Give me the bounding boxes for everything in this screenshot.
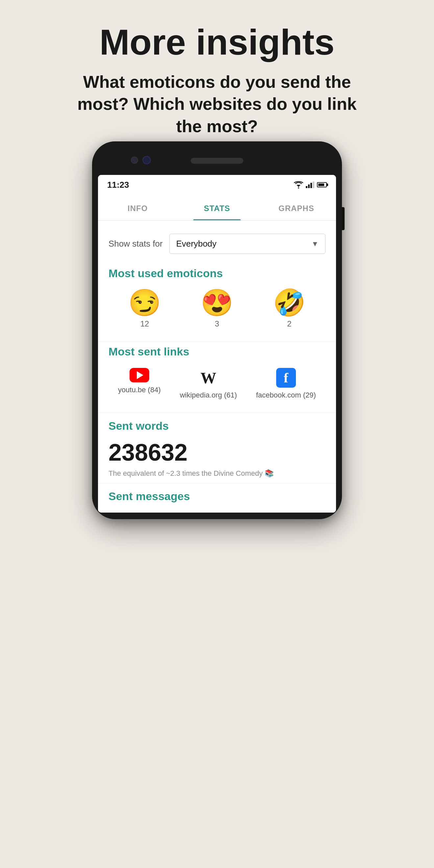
sent-words-count: 238632 xyxy=(108,439,326,466)
sent-words-section: Sent words 238632 The equivalent of ~2.3… xyxy=(98,413,336,483)
signal-icon xyxy=(306,182,314,188)
link-item-wikipedia: W wikipedia.org (61) xyxy=(180,368,237,400)
links-section: Most sent links youtu.be (84) W wik xyxy=(98,342,336,413)
sent-words-desc: The equivalent of ~2.3 times the Divine … xyxy=(108,469,326,478)
svg-rect-4 xyxy=(310,183,312,188)
emoticons-section: Most used emoticons 😏 12 😍 3 🤣 2 xyxy=(98,264,336,342)
links-title: Most sent links xyxy=(108,345,326,358)
emoji-item-2: 😍 3 xyxy=(200,290,234,329)
screen-content: Show stats for Everybody ▼ Most used emo… xyxy=(98,221,336,513)
page-header: More insights What emoticons do you send… xyxy=(0,0,434,151)
emoji-glyph-3: 🤣 xyxy=(273,290,306,316)
link-label-youtube: youtu.be (84) xyxy=(118,386,161,394)
svg-rect-3 xyxy=(308,184,310,188)
link-item-youtube: youtu.be (84) xyxy=(118,368,161,400)
phone-top-bar xyxy=(98,148,336,174)
emoji-glyph-2: 😍 xyxy=(200,290,234,316)
battery-icon xyxy=(317,182,327,187)
svg-marker-0 xyxy=(297,185,301,187)
phone-mockup: 11:23 xyxy=(92,142,342,519)
emoji-item-3: 🤣 2 xyxy=(273,290,306,329)
status-icons xyxy=(294,181,327,188)
emoji-glyph-1: 😏 xyxy=(128,290,161,316)
camera-left xyxy=(131,156,138,164)
filter-row: Show stats for Everybody ▼ xyxy=(98,227,336,264)
link-item-facebook: f facebook.com (29) xyxy=(256,368,316,400)
speaker xyxy=(191,158,243,164)
filter-dropdown[interactable]: Everybody ▼ xyxy=(169,234,326,254)
link-label-facebook: facebook.com (29) xyxy=(256,391,316,400)
svg-point-1 xyxy=(298,187,299,188)
emoticons-title: Most used emoticons xyxy=(108,267,326,280)
page-subtitle: What emoticons do you send the most? Whi… xyxy=(69,71,365,138)
camera-right xyxy=(143,156,151,164)
tab-stats[interactable]: STATS xyxy=(177,195,256,220)
tabs-bar: INFO STATS GRAPHS xyxy=(98,195,336,221)
links-row: youtu.be (84) W wikipedia.org (61) f fac… xyxy=(108,365,326,406)
phone-screen: 11:23 xyxy=(98,175,336,513)
wifi-icon xyxy=(294,181,303,188)
link-label-wikipedia: wikipedia.org (61) xyxy=(180,391,237,400)
status-bar: 11:23 xyxy=(98,175,336,195)
wikipedia-icon: W xyxy=(198,368,218,388)
youtube-icon xyxy=(129,368,149,382)
emoji-row: 😏 12 😍 3 🤣 2 xyxy=(108,286,326,335)
svg-rect-2 xyxy=(306,186,307,188)
filter-label: Show stats for xyxy=(108,239,163,249)
sent-words-title: Sent words xyxy=(108,420,326,432)
facebook-icon: f xyxy=(276,368,296,388)
dropdown-value: Everybody xyxy=(176,239,217,249)
emoji-count-2: 3 xyxy=(215,319,219,329)
emoji-count-3: 2 xyxy=(287,319,291,329)
chevron-down-icon: ▼ xyxy=(311,240,319,248)
sent-messages-section: Sent messages xyxy=(98,483,336,506)
tab-info[interactable]: INFO xyxy=(98,195,177,220)
sent-messages-title-text: Sent messages xyxy=(108,490,190,502)
tab-graphs[interactable]: GRAPHS xyxy=(257,195,336,220)
emoji-count-1: 12 xyxy=(141,319,149,329)
phone-frame: 11:23 xyxy=(92,142,342,519)
emoji-item-1: 😏 12 xyxy=(128,290,161,329)
status-time: 11:23 xyxy=(107,180,129,190)
page-title: More insights xyxy=(20,23,414,61)
svg-rect-5 xyxy=(313,182,314,188)
